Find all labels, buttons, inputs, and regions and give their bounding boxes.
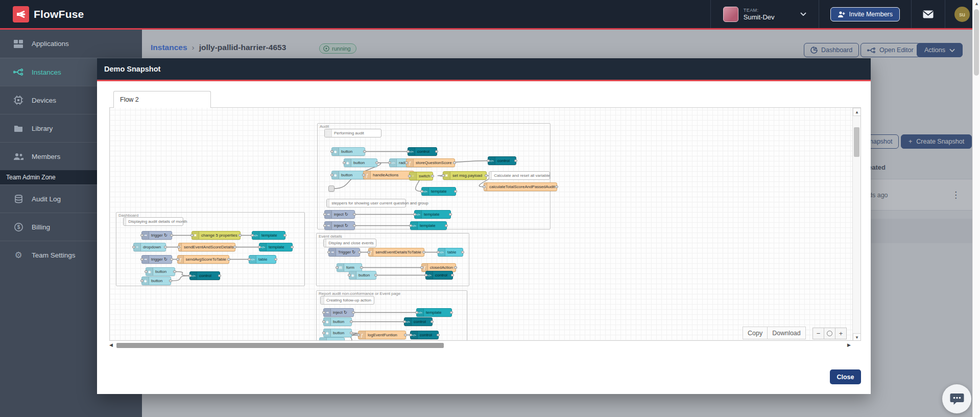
output-port: [170, 234, 173, 237]
flow-node-label: template: [429, 189, 449, 194]
output-port: [352, 311, 355, 314]
input-port: [248, 258, 251, 261]
output-port: [450, 311, 453, 314]
flow-node-steppers-for-showing-user-current-question-and-group: ○steppers for showing user current quest…: [326, 199, 406, 207]
input-port: [322, 332, 325, 334]
flow-node-handleactions: ƒhandleActions: [363, 171, 414, 179]
zoom-controls: − +: [812, 328, 847, 339]
vertical-scroll-thumb[interactable]: [854, 127, 859, 157]
zoom-out-button[interactable]: −: [812, 328, 824, 339]
flow-node-table: </>table: [438, 248, 463, 257]
output-port: [353, 224, 356, 227]
input-port: [483, 186, 486, 188]
flow-node-template: </>template: [421, 187, 456, 196]
dialog-accent-bar: [97, 80, 871, 81]
flowfuse-logo[interactable]: FlowFuse: [0, 6, 84, 22]
notifications-button[interactable]: [912, 0, 945, 28]
input-port: [388, 161, 391, 164]
flow-node-template: </>template: [259, 243, 293, 251]
export-bar: Copy Download: [743, 327, 806, 339]
zoom-reset-button[interactable]: [824, 328, 835, 339]
input-port: [409, 334, 412, 336]
input-port: [437, 251, 440, 253]
output-port: [422, 251, 425, 253]
scroll-up-arrow[interactable]: ▲: [853, 108, 861, 116]
sidebar-item-label: Team Settings: [32, 251, 76, 259]
close-button[interactable]: Close: [830, 369, 861, 384]
flow-node-label: closedAction: [428, 265, 456, 270]
canvas-horizontal-scrollbar[interactable]: ◀ ▶: [109, 342, 853, 349]
sidebar-item-applications[interactable]: Applications: [0, 30, 142, 58]
instances-icon: [13, 68, 23, 76]
output-port: [431, 175, 434, 177]
team-name: Sumit-Dev: [744, 13, 775, 21]
output-port: [164, 246, 167, 248]
flow-node-button: ◉button: [331, 171, 365, 179]
flow-node-label: button: [351, 160, 367, 165]
flow-group-label: Report audit non-conformance or Event pa…: [319, 291, 400, 296]
scroll-left-arrow[interactable]: ◀: [109, 342, 113, 348]
flow-node-link: [328, 186, 334, 192]
comment-node-icon: ○: [325, 129, 332, 137]
scrollbar-up-arrow[interactable]: ▲: [973, 1, 980, 6]
flow-node-label: control: [433, 273, 450, 277]
flow-node-label: steppers for showing user current questi…: [329, 201, 431, 205]
input-port: [323, 224, 326, 227]
scrollbar-thumb[interactable]: [974, 9, 979, 76]
flow-node-control: </>control: [189, 271, 220, 280]
chat-widget-button[interactable]: [942, 384, 971, 413]
output-port: [227, 258, 230, 261]
zoom-in-button[interactable]: +: [835, 328, 847, 339]
output-port: [363, 150, 366, 153]
sidebar-item-label: Devices: [32, 97, 56, 104]
devices-icon: [13, 96, 23, 105]
output-port: [343, 340, 346, 341]
input-port: [330, 174, 333, 176]
flow-node-label: button: [331, 319, 347, 324]
output-port: [454, 266, 457, 269]
user-avatar[interactable]: su: [954, 7, 970, 22]
flow-node-label: Display and close events: [326, 241, 376, 245]
browser-scrollbar[interactable]: ▲: [972, 0, 980, 417]
chevron-down-icon: [800, 12, 806, 16]
team-selector[interactable]: TEAM: Sumit-Dev: [711, 0, 819, 28]
flow-node-label: trigger ↻: [149, 233, 170, 238]
input-port: [362, 174, 365, 176]
download-button[interactable]: Download: [767, 327, 806, 339]
flow-node-table: </>table: [249, 255, 276, 264]
flow-node-sendeventdetailstotable: ƒsendEventDetailsToTable: [368, 248, 424, 257]
scroll-down-arrow[interactable]: ▼: [853, 333, 861, 341]
copy-button[interactable]: Copy: [743, 327, 768, 339]
input-port: [251, 234, 254, 237]
tab-flow-2[interactable]: Flow 2: [113, 91, 211, 108]
canvas-vertical-scrollbar[interactable]: ▲ ▼: [852, 108, 861, 341]
flow-node-inject-: ⇥inject ↻: [323, 308, 354, 317]
flow-node-label: template: [422, 212, 442, 217]
flow-group-label: Audit: [320, 124, 329, 129]
input-port: [407, 150, 410, 153]
input-port: [188, 274, 192, 277]
flow-node-label: set msg.payload: [450, 173, 485, 178]
flow-node-label: table: [445, 250, 459, 254]
flow-node-button: ◉button: [349, 271, 376, 280]
output-port: [283, 234, 286, 237]
flow-node-label: button: [149, 279, 165, 283]
input-port: [140, 234, 144, 237]
output-port: [291, 246, 294, 248]
comment-node-icon: ○: [321, 296, 324, 304]
widget-node-icon: ▤: [320, 338, 327, 341]
invite-members-button[interactable]: Invite Members: [830, 7, 900, 21]
scroll-right-arrow[interactable]: ▶: [847, 342, 851, 348]
input-port: [336, 266, 339, 269]
flow-node-label: handleActions: [371, 173, 401, 177]
input-port: [487, 159, 490, 162]
flow-node-sendeventandscoredetails: ƒsendEventAndScoreDetails: [178, 243, 235, 251]
team-avatar: [723, 7, 738, 22]
flow-node-label: Displaying audit details of month: [126, 219, 189, 224]
input-port: [420, 266, 423, 269]
flow-node-label: template: [424, 310, 444, 315]
flow-node-label: control: [415, 149, 432, 154]
flow-node-switch: ⑂switch: [409, 172, 433, 180]
horizontal-scroll-thumb[interactable]: [116, 343, 444, 348]
output-port: [238, 234, 242, 237]
